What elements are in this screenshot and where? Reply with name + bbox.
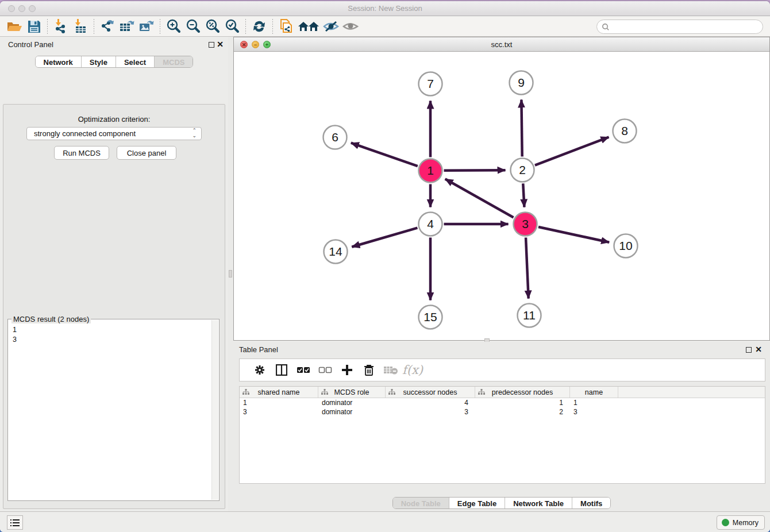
mcds-result-title: MCDS result (2 nodes) — [11, 315, 91, 323]
edge-4-14[interactable] — [352, 228, 417, 247]
column-header-shared-name[interactable]: shared name — [240, 387, 318, 398]
close-panel-button[interactable]: Close panel — [117, 146, 176, 160]
delete-column-button[interactable] — [358, 361, 380, 379]
cell-predecessor-nodes[interactable]: 2 — [475, 407, 570, 417]
optimization-criterion-dropdown[interactable]: strongly connected component ⌃⌄ — [26, 127, 202, 140]
save-session-button[interactable] — [24, 18, 44, 35]
tab-style[interactable]: Style — [82, 56, 116, 67]
columns-icon — [276, 364, 287, 376]
mcds-result-scrollbar[interactable] — [211, 320, 218, 500]
cell-shared-name[interactable]: 1 — [240, 398, 318, 407]
column-header-successor-nodes[interactable]: successor nodes — [386, 387, 475, 398]
zoom-in-button[interactable] — [164, 18, 183, 35]
node-label: 15 — [424, 310, 437, 323]
tab-motifs[interactable]: Motifs — [572, 498, 610, 508]
column-header-MCDS-role[interactable]: MCDS role — [318, 387, 386, 398]
edge-1-6[interactable] — [351, 143, 418, 167]
cell-successor-nodes[interactable]: 4 — [386, 398, 475, 407]
export-network-button[interactable] — [98, 18, 117, 35]
tab-mcds[interactable]: MCDS — [155, 56, 192, 67]
delete-table-button[interactable] — [380, 361, 402, 379]
splitter-grip[interactable] — [229, 270, 232, 277]
zoom-out-button[interactable] — [183, 18, 203, 35]
show-all-button[interactable] — [341, 18, 360, 35]
node-7[interactable]: 7 — [419, 72, 442, 96]
edge-3-1[interactable] — [445, 179, 514, 217]
sort-hierarchy-icon — [478, 389, 485, 395]
table-panel-title: Table Panel — [239, 345, 278, 354]
edge-2-8[interactable] — [535, 137, 609, 165]
table-row[interactable]: 1dominator411 — [240, 398, 765, 407]
import-network-button[interactable] — [51, 18, 71, 35]
node-3[interactable]: 3 — [514, 213, 537, 236]
run-mcds-button[interactable]: Run MCDS — [54, 146, 109, 160]
sort-hierarchy-icon — [242, 389, 249, 395]
zoom-in-icon — [165, 18, 182, 34]
node-8[interactable]: 8 — [613, 119, 637, 143]
window-title: Session: New Session — [0, 4, 770, 13]
refresh-network-button[interactable] — [249, 18, 269, 35]
task-history-button[interactable] — [7, 515, 23, 530]
edge-1-2[interactable] — [444, 170, 505, 171]
search-input[interactable] — [610, 22, 763, 31]
node-14[interactable]: 14 — [324, 240, 348, 264]
create-column-button[interactable] — [336, 361, 358, 379]
dropdown-value: strongly connected component — [34, 129, 136, 138]
tab-network[interactable]: Network — [36, 56, 82, 67]
deselect-all-columns-button[interactable] — [314, 361, 336, 379]
node-4[interactable]: 4 — [419, 213, 442, 236]
node-9[interactable]: 9 — [510, 71, 533, 95]
table-settings-button[interactable] — [249, 361, 271, 379]
export-table-button[interactable] — [117, 18, 137, 35]
zoom-selected-button[interactable] — [222, 18, 242, 35]
node-6[interactable]: 6 — [324, 126, 347, 149]
tab-select[interactable]: Select — [116, 56, 155, 67]
node-10[interactable]: 10 — [614, 234, 638, 258]
edge-3-11[interactable] — [526, 237, 529, 298]
cell-name[interactable]: 3 — [570, 407, 618, 417]
import-table-button[interactable] — [71, 18, 90, 35]
cell-MCDS-role[interactable]: dominator — [318, 407, 386, 417]
edge-2-9[interactable] — [521, 99, 522, 156]
search-field[interactable] — [596, 20, 763, 34]
cell-MCDS-role[interactable]: dominator — [318, 398, 386, 407]
open-session-button[interactable] — [5, 18, 24, 35]
tab-network-table[interactable]: Network Table — [505, 498, 572, 508]
edge-3-10[interactable] — [538, 227, 609, 242]
network-window-title: scc.txt — [234, 40, 769, 49]
node-2[interactable]: 2 — [511, 159, 534, 182]
copy-view-button[interactable] — [276, 18, 296, 35]
column-header-name[interactable]: name — [570, 387, 618, 398]
table-panel: Table Panel ✕ — [233, 342, 770, 511]
column-header-predecessor-nodes[interactable]: predecessor nodes — [475, 387, 570, 398]
node-11[interactable]: 11 — [518, 304, 541, 327]
table-close-panel-icon[interactable]: ✕ — [755, 345, 762, 354]
memory-label: Memory — [733, 519, 759, 527]
edge-2-3[interactable] — [523, 183, 524, 207]
show-column-panel-button[interactable] — [271, 361, 292, 379]
node-1[interactable]: 1 — [419, 159, 442, 183]
cell-shared-name[interactable]: 3 — [240, 407, 318, 417]
table-float-panel-icon[interactable] — [746, 347, 752, 353]
export-image-button[interactable] — [137, 18, 156, 35]
hide-selected-button[interactable] — [321, 18, 341, 35]
network-graph[interactable]: 7968124314101511 — [234, 52, 769, 341]
network-view-window: ✕ − + scc.txt 7968124314101511 — [233, 37, 770, 341]
close-panel-icon[interactable]: ✕ — [217, 40, 224, 49]
cell-predecessor-nodes[interactable]: 1 — [475, 398, 570, 407]
first-neighbors-button[interactable] — [296, 18, 321, 35]
select-all-columns-button[interactable] — [292, 361, 314, 379]
cell-successor-nodes[interactable]: 3 — [386, 407, 475, 417]
tab-node-table[interactable]: Node Table — [393, 498, 449, 508]
tab-edge-table[interactable]: Edge Table — [449, 498, 505, 508]
node-15[interactable]: 15 — [419, 306, 442, 329]
cell-name[interactable]: 1 — [570, 398, 618, 407]
table-row[interactable]: 3dominator323 — [240, 407, 765, 417]
mcds-result-text[interactable]: 1 3 — [13, 325, 211, 499]
zoom-fit-button[interactable] — [203, 18, 222, 35]
vertical-splitter[interactable] — [228, 37, 233, 511]
float-panel-icon[interactable] — [209, 42, 214, 48]
network-canvas[interactable]: 7968124314101511 — [234, 52, 769, 340]
function-builder-button[interactable]: f(x) — [402, 361, 424, 379]
memory-button[interactable]: Memory — [717, 515, 765, 530]
